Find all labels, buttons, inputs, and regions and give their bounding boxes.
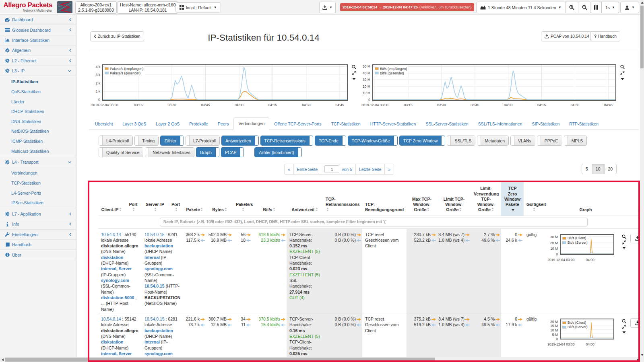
time-range-badge[interactable]: 2019-12-04 02:59:14 → 2019-12-04 04:47:2… [340, 3, 474, 11]
magnifier-icon[interactable] [352, 65, 356, 69]
magnifier-icon[interactable] [620, 65, 625, 69]
sidebar-item-interface-statistiken[interactable]: Interface-Statistiken [0, 35, 76, 45]
sidebar-subitem-qos-statistiken[interactable]: QoS-Statistiken [0, 87, 76, 97]
toggle-l4-protokoll[interactable]: L4-Protokoll [99, 136, 133, 146]
page-size-10[interactable]: 10 [592, 164, 604, 174]
tab-layer-3-qos[interactable]: Layer 3 QoS [118, 118, 151, 130]
pagination-first[interactable]: Erste Seite [293, 164, 321, 174]
sidebar-item-l2-ethernet[interactable]: L2 - Ethernet [0, 56, 76, 66]
toggle-ssl-tls[interactable]: SSL/TLS [447, 136, 475, 146]
tab-ssl-server-statistiken[interactable]: SSL-Server-Statistiken [421, 118, 473, 130]
link[interactable]: 10.54.0.15 [144, 317, 165, 321]
pcap-download-button[interactable]: PCAP von 10.54.0.14 [541, 31, 593, 41]
page-size-5[interactable]: 5 [582, 164, 592, 174]
sidebar-subitem-multicast-statistiken[interactable]: Multicast-Statistiken [0, 146, 76, 156]
column-header-bytes[interactable]: Bytes [206, 182, 233, 216]
link[interactable]: diskstation:5000 [101, 295, 134, 300]
pagination-next[interactable]: » [384, 164, 394, 174]
profile-dropdown[interactable]: local : Default ▼ [175, 2, 221, 12]
duration-dropdown[interactable]: 1 Stunde 48 Minuten 11.4 Sekunden ▼ [476, 2, 566, 13]
column-header-limit_window[interactable]: Limit TCP-Window-Größe [437, 182, 471, 216]
link[interactable]: synology.com [101, 278, 129, 283]
toggle-tcp-zero-window[interactable]: TCP Zero Window [399, 136, 446, 146]
vertical-scrollbar-thumb[interactable] [640, 6, 644, 68]
caret-down-icon[interactable] [622, 246, 626, 250]
link[interactable]: synology.com [144, 266, 173, 271]
tab-tcp-statistiken[interactable]: TCP-Statistiken [326, 118, 365, 130]
table-search-input[interactable] [160, 218, 588, 226]
link[interactable]: backupstation [144, 328, 173, 333]
tab-layer-2-qos[interactable]: Layer 2 QoS [151, 118, 184, 130]
link[interactable]: internal, Server [101, 266, 132, 271]
link[interactable]: diskstation [101, 255, 123, 260]
column-header-pps[interactable]: Pakete/s [233, 182, 252, 216]
scroll-up-arrow-icon[interactable] [640, 0, 644, 5]
compress-icon[interactable] [622, 325, 626, 329]
toggle-graph[interactable]: Graph [196, 147, 219, 157]
sidebar-subitem-tcp-statistiken[interactable]: TCP-Statistiken [0, 178, 76, 188]
toggle-antwortzeiten[interactable]: Antwortzeiten [221, 136, 259, 146]
sidebar-item-einstellungen[interactable]: Einstellungen [0, 230, 76, 240]
toggle-pcap[interactable]: PCAP [221, 147, 244, 157]
back-button[interactable]: Zurück zu IP-Statistiken [90, 31, 144, 41]
toggle-mpls[interactable]: MPLS [564, 136, 587, 146]
download-dropdown[interactable]: ▼ [319, 2, 336, 13]
pagination-prev[interactable]: « [285, 164, 293, 174]
link[interactable]: internal [144, 255, 160, 260]
link[interactable]: internal, Server [101, 351, 132, 356]
sidebar-item-l3-ip[interactable]: L3 - IP [0, 66, 76, 76]
sidebar-item-globales-dashboard[interactable]: Globales Dashboard [0, 25, 76, 35]
caret-down-icon[interactable] [621, 77, 624, 81]
sidebar-item-info[interactable]: Info [0, 219, 76, 229]
compress-icon[interactable] [620, 71, 625, 75]
toggle-timing[interactable]: Timing [134, 136, 159, 146]
sidebar-item--ber[interactable]: Über [0, 250, 76, 260]
tab-http-server-statistiken[interactable]: HTTP-Server-Statistiken [365, 118, 421, 130]
toggle-netzwerk-interfaces[interactable]: Netzwerk-Interfaces [145, 147, 194, 157]
tab-ssl-tls-informationen[interactable]: SSL/TLS-Informationen [473, 118, 527, 130]
sidebar-subitem-dhcp-statistiken[interactable]: DHCP-Statistiken [0, 107, 76, 117]
row-pcap-download-button[interactable] [630, 234, 638, 243]
link[interactable]: 10.54.0.15 [144, 284, 165, 288]
column-header-client_port[interactable]: Port [125, 182, 142, 216]
toggle-l7-protokoll[interactable]: L7-Protokoll [186, 136, 220, 146]
handbuch-button[interactable]: ? Handbuch [590, 31, 620, 41]
sidebar-item-allgemein[interactable]: Allgemein [0, 45, 76, 56]
sidebar-subitem-icmp-statistiken[interactable]: ICMP-Statistiken [0, 136, 76, 146]
toggle-tcp-window-gr-e[interactable]: TCP-Window-Größe [348, 136, 398, 146]
caret-down-icon[interactable] [352, 77, 356, 81]
sidebar-subitem-ip-statistiken[interactable]: IP-Statistiken [0, 77, 76, 87]
toggle-metadaten[interactable]: Metadaten [477, 136, 509, 146]
sidebar-subitem-netbios-statistiken[interactable]: NetBIOS-Statistiken [0, 126, 76, 136]
sidebar-item-dashboard[interactable]: Dashboard [0, 15, 76, 25]
sidebar-subitem-dns-statistiken[interactable]: DNS-Statistiken [0, 117, 76, 127]
toggle-tcp-retransmissions[interactable]: TCP-Retransmissions [260, 136, 313, 146]
sidebar-subitem-l-nder[interactable]: Länder [0, 97, 76, 107]
toggle-z-hler-kombiniert-[interactable]: Zähler (kombiniert) [254, 147, 301, 157]
toggle-tcp-ende[interactable]: TCP-Ende [315, 136, 346, 146]
column-header-bps[interactable]: Bit/s [252, 182, 287, 216]
pause-button[interactable] [590, 2, 602, 13]
scroll-down-arrow-icon[interactable] [640, 352, 644, 357]
vertical-scrollbar[interactable] [640, 0, 644, 357]
column-header-server_port[interactable]: Port [168, 182, 183, 216]
pagination-last[interactable]: Letzte Seite [355, 164, 384, 174]
magnifier-icon[interactable] [622, 319, 626, 323]
column-header-antwortzeit[interactable]: Antwortzeit [287, 182, 323, 216]
link[interactable]: 10.54.0.15 [144, 232, 165, 237]
scroll-right-arrow-icon[interactable] [635, 357, 640, 362]
page-size-20[interactable]: 20 [604, 164, 617, 174]
link[interactable]: internal [144, 339, 160, 344]
tab-offene-tcp-server-ports[interactable]: Offene TCP-Server-Ports [269, 118, 326, 130]
tab--bersicht[interactable]: Übersicht [90, 118, 118, 130]
user-menu[interactable]: ▼ [620, 2, 639, 13]
toggle-quality-of-service[interactable]: Quality of Service [99, 147, 143, 157]
column-header-max_window[interactable]: Max TCP-Window-Größe [407, 182, 437, 216]
tab-protokolle[interactable]: Protokolle [184, 118, 213, 130]
horizontal-scrollbar-thumb[interactable] [5, 358, 435, 362]
tab-peers[interactable]: Peers [213, 118, 233, 130]
link[interactable]: synology.com [144, 351, 173, 356]
tab-verbindungen[interactable]: Verbindungen [233, 117, 269, 130]
scroll-left-arrow-icon[interactable] [0, 357, 5, 362]
sidebar-subitem-l4-server-ports[interactable]: L4-Server-Ports [0, 188, 76, 198]
